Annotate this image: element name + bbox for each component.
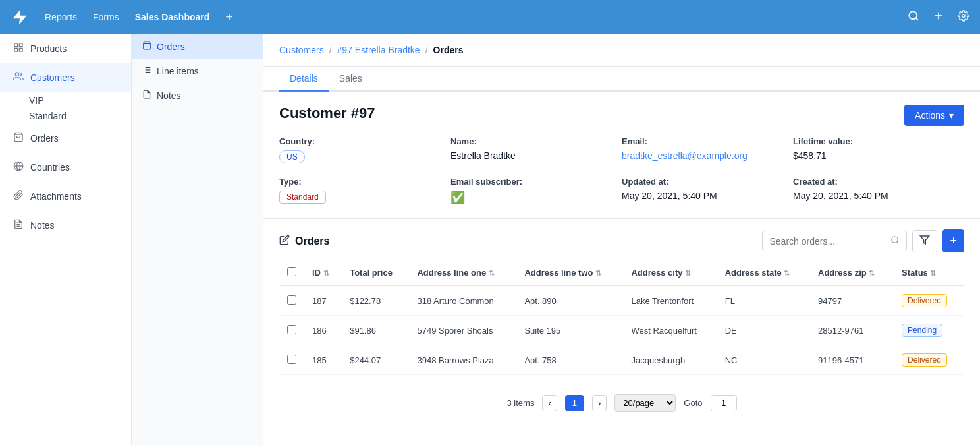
search-input[interactable]: [769, 236, 886, 247]
tab-details[interactable]: Details: [279, 67, 329, 92]
sidebar-label-countries: Countries: [30, 162, 70, 173]
col-state[interactable]: Address state ⇅: [717, 260, 810, 285]
svg-point-23: [892, 237, 898, 243]
sidebar-item-notes[interactable]: Notes: [0, 211, 131, 240]
sort-icon-state: ⇅: [784, 269, 790, 277]
breadcrumb-customers[interactable]: Customers: [279, 45, 324, 55]
search-icon[interactable]: [908, 10, 919, 25]
add-order-button[interactable]: +: [942, 229, 964, 252]
sidebar-item-products[interactable]: Products: [0, 34, 131, 63]
breadcrumb-customer-name[interactable]: #97 Estrella Bradtke: [337, 45, 420, 55]
col-id[interactable]: ID ⇅: [304, 260, 342, 285]
secondary-item-notes[interactable]: Notes: [132, 83, 263, 107]
nav-forms[interactable]: Forms: [93, 12, 119, 22]
row-checkbox[interactable]: [287, 355, 296, 364]
add-icon[interactable]: [933, 10, 944, 25]
per-page-select[interactable]: 20/page 50/page 100/page: [614, 394, 676, 412]
nav-sales-dashboard[interactable]: Sales Dashboard: [135, 12, 210, 22]
actions-label: Actions: [915, 110, 945, 121]
svg-rect-9: [14, 48, 18, 51]
row-checkbox[interactable]: [287, 325, 296, 334]
goto-input[interactable]: [711, 395, 737, 411]
users-icon: [13, 71, 24, 84]
grid-icon: [13, 42, 24, 55]
cell-zip: 94797: [810, 285, 894, 316]
table-row: 187 $122.78 318 Arturo Common Apt. 890 L…: [279, 285, 964, 316]
cell-total: $91.86: [342, 316, 409, 345]
sidebar-subitem-vip[interactable]: VIP: [0, 92, 131, 108]
col-city[interactable]: Address city ⇅: [623, 260, 717, 285]
sidebar-item-attachments[interactable]: Attachments: [0, 182, 131, 211]
notes-icon: [13, 219, 24, 232]
paperclip-icon: [13, 190, 24, 203]
cell-addr2: Apt. 890: [516, 285, 623, 316]
col-addr2[interactable]: Address line two ⇅: [516, 260, 623, 285]
sidebar-subitem-standard[interactable]: Standard: [0, 108, 131, 124]
svg-marker-25: [921, 236, 929, 244]
current-page[interactable]: 1: [565, 395, 584, 411]
sidebar-label-attachments: Attachments: [30, 191, 82, 202]
created-value: May 20, 2021, 5:40 PM: [793, 191, 964, 201]
actions-button[interactable]: Actions ▾: [904, 105, 964, 126]
nav-reports[interactable]: Reports: [45, 12, 77, 22]
sort-icon-zip: ⇅: [869, 269, 875, 277]
lifetime-label: Lifetime value:: [793, 136, 964, 146]
lifetime-group: Lifetime value: $458.71: [793, 136, 964, 163]
goto-label: Goto: [684, 398, 702, 408]
nav-add-button[interactable]: +: [225, 10, 233, 25]
secondary-label-notes: Notes: [157, 90, 181, 101]
svg-rect-8: [19, 48, 22, 51]
email-group: Email: bradtke_estrella@example.org: [622, 136, 793, 163]
col-total: Total price: [342, 260, 409, 285]
svg-rect-7: [19, 44, 22, 47]
sidebar-label-products: Products: [30, 44, 67, 54]
prev-page-button[interactable]: ‹: [542, 395, 557, 411]
orders-header: Orders +: [279, 229, 964, 252]
orders-title: Orders: [279, 235, 329, 248]
cell-state: FL: [717, 285, 810, 316]
topnav-icons: [908, 10, 969, 25]
sort-icon-addr1: ⇅: [489, 269, 495, 277]
row-checkbox[interactable]: [287, 295, 296, 305]
email-value[interactable]: bradtke_estrella@example.org: [622, 150, 793, 161]
select-all-checkbox[interactable]: [287, 267, 296, 276]
cell-zip: 28512-9761: [810, 316, 894, 345]
email-sub-check-icon: ✅: [450, 191, 622, 205]
app-logo[interactable]: [11, 8, 29, 26]
cell-total: $244.07: [342, 345, 409, 375]
sort-icon-addr2: ⇅: [595, 269, 601, 277]
secondary-item-line-items[interactable]: Line items: [132, 59, 263, 83]
orders-controls: +: [762, 229, 964, 252]
sidebar-item-countries[interactable]: Countries: [0, 153, 131, 182]
sidebar-item-orders[interactable]: Orders: [0, 124, 131, 153]
cell-addr1: 5749 Sporer Shoals: [409, 316, 516, 345]
next-page-button[interactable]: ›: [592, 395, 607, 411]
filter-button[interactable]: [912, 230, 937, 252]
table-row: 185 $244.07 3948 Barrows Plaza Apt. 758 …: [279, 345, 964, 375]
search-icon: [890, 235, 900, 247]
type-label: Type:: [279, 177, 450, 187]
cell-id: 186: [304, 316, 342, 345]
cell-total: $122.78: [342, 285, 409, 316]
settings-icon[interactable]: [958, 10, 969, 25]
updated-label: Updated at:: [622, 177, 793, 187]
cell-addr2: Suite 195: [516, 316, 623, 345]
orders-table: ID ⇅ Total price Address line one ⇅ Addr…: [279, 260, 964, 375]
type-badge: Standard: [279, 191, 326, 204]
orders-icon: [13, 132, 24, 145]
notes-sub-icon: [142, 90, 151, 101]
status-badge: Delivered: [902, 353, 947, 367]
name-group: Name: Estrella Bradtke: [450, 136, 622, 163]
search-box: [762, 231, 907, 251]
updated-value: May 20, 2021, 5:40 PM: [622, 191, 793, 201]
sidebar-item-customers[interactable]: Customers: [0, 63, 131, 92]
tab-sales[interactable]: Sales: [329, 67, 373, 92]
secondary-item-orders[interactable]: Orders: [132, 34, 263, 59]
table-row: 186 $91.86 5749 Sporer Shoals Suite 195 …: [279, 316, 964, 345]
orders-section: Orders +: [263, 219, 980, 386]
col-status[interactable]: Status ⇅: [894, 260, 964, 285]
col-zip[interactable]: Address zip ⇅: [810, 260, 894, 285]
name-label: Name:: [450, 136, 622, 146]
chevron-down-icon: ▾: [949, 110, 954, 121]
col-addr1[interactable]: Address line one ⇅: [409, 260, 516, 285]
